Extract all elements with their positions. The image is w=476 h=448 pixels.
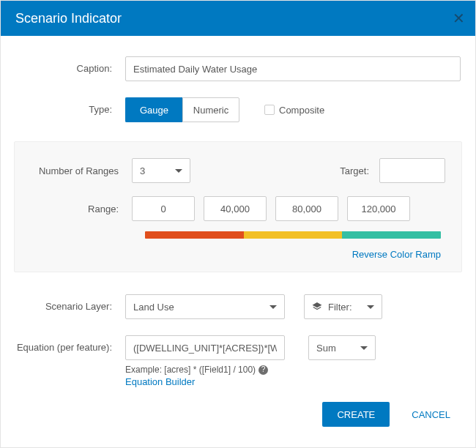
range-label: Range: [31,204,132,214]
range-stop-3[interactable] [347,196,410,221]
modal-title: Scenario Indicator [15,11,122,26]
chevron-down-icon [269,305,277,309]
cancel-button[interactable]: CANCEL [407,408,455,421]
ranges-row-top: Number of Ranges 3 Target: [31,158,445,183]
ranges-panel: Number of Ranges 3 Target: Range: [14,141,462,272]
create-button[interactable]: CREATE [322,402,390,427]
ranges-row-values: Range: [31,196,445,221]
range-stop-2[interactable] [275,196,338,221]
checkbox-box-icon [264,105,275,115]
help-icon[interactable]: ? [259,365,268,375]
chevron-down-icon [175,169,182,173]
scenario-layer-select[interactable]: Land Use [125,294,285,319]
type-row: Type: Gauge Numeric Composite [15,97,461,122]
reverse-color-ramp-link[interactable]: Reverse Color Ramp [31,249,441,260]
type-label: Type: [15,103,125,116]
caption-input[interactable] [125,56,461,81]
num-ranges-label: Number of Ranges [31,165,132,176]
scenario-layer-label: Scenario Layer: [15,300,125,313]
num-ranges-select[interactable]: 3 [132,158,190,183]
filter-label: Filter: [328,302,352,313]
equation-row: Equation (per feature): Sum Example: [ac… [15,335,461,387]
range-stop-1[interactable] [204,196,267,221]
equation-input[interactable] [125,335,285,360]
equation-example-text: Example: [acres] * ([Field1] / 100) [125,365,256,375]
modal-footer: CREATE CANCEL [1,402,475,447]
color-ramp [145,231,441,239]
equation-example: Example: [acres] * ([Field1] / 100) ? [125,365,268,375]
close-icon[interactable]: ✕ [453,11,465,26]
svg-marker-0 [313,303,321,307]
modal-header: Scenario Indicator ✕ [1,1,475,36]
caption-row: Caption: [15,56,461,81]
type-numeric-button[interactable]: Numeric [182,97,239,122]
filter-button[interactable]: Filter: [304,294,382,319]
num-ranges-value: 3 [140,165,145,176]
composite-label: Composite [279,105,324,116]
scenario-indicator-modal: Scenario Indicator ✕ Caption: Type: Gaug… [0,0,476,448]
composite-checkbox[interactable]: Composite [264,105,324,116]
type-gauge-button[interactable]: Gauge [125,97,182,122]
caption-label: Caption: [15,62,125,75]
layers-icon [312,302,322,312]
range-stop-0[interactable] [132,196,195,221]
chevron-down-icon [360,346,368,350]
color-seg-0 [145,231,244,239]
target-input[interactable] [379,158,445,183]
equation-label: Equation (per feature): [15,335,125,354]
chevron-down-icon [367,305,374,309]
range-inputs [132,196,410,221]
type-toggle: Gauge Numeric [125,97,239,122]
color-seg-1 [244,231,343,239]
color-seg-2 [342,231,441,239]
modal-body: Caption: Type: Gauge Numeric Composite [1,36,475,402]
scenario-layer-row: Scenario Layer: Land Use Filter: [15,294,461,319]
equation-builder-link[interactable]: Equation Builder [125,376,195,387]
aggregate-value: Sum [316,343,336,354]
target-label: Target: [340,165,379,176]
aggregate-select[interactable]: Sum [308,335,376,360]
scenario-layer-value: Land Use [133,302,174,313]
